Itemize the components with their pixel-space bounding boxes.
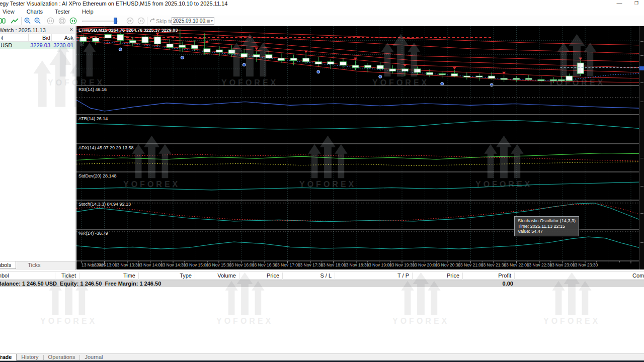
minimize-button[interactable]: — xyxy=(612,0,627,7)
rsi-label: RSI(14) 46.16 xyxy=(78,87,107,92)
tooltip-value: Value: 54.47 xyxy=(518,229,576,234)
zoom-in-icon[interactable] xyxy=(23,17,32,25)
time-axis-label: 13 Nov 14:30 xyxy=(160,262,186,267)
skip-to-date-value: 2025.09.10 00:00 xyxy=(173,18,206,24)
stddev-label: StdDev(20) 28.148 xyxy=(78,173,117,178)
time-axis-label: 13 Nov 19:00 xyxy=(366,262,392,267)
time-axis-label: 13 Nov 21:00 xyxy=(458,262,484,267)
line-chart-icon[interactable] xyxy=(10,17,19,25)
price-scale-strip[interactable] xyxy=(639,26,644,269)
toolbar-separator xyxy=(21,17,22,25)
title-bar: Strategy Tester Visualization : AI XPro … xyxy=(0,0,644,8)
column-bid[interactable]: Bid xyxy=(29,35,50,41)
toolbar-separator xyxy=(147,17,147,25)
atr-label: ATR(14) 26.14 xyxy=(78,116,108,121)
balance-row: Balance: 1 246.50 USD Equity: 1 246.50 F… xyxy=(0,280,644,287)
time-axis-label: 13 Nov 17:00 xyxy=(275,262,300,267)
time-axis-label: 13 Nov 15:30 xyxy=(206,262,232,267)
time-axis-label: 13 Nov 23:30 xyxy=(573,262,598,267)
menu-help[interactable]: Help xyxy=(76,8,100,16)
market-watch-row-ethusd[interactable]: ETHUSD 3229.03 3230.01 xyxy=(0,42,75,49)
close-icon[interactable]: ✕ xyxy=(69,27,73,32)
left-panel-tabs: Symbols Ticks xyxy=(0,261,76,270)
time-axis-label: 13 Nov 20:30 xyxy=(435,262,461,267)
bottom-tabs: Trade History Operations Journal xyxy=(0,353,644,360)
adx-label: ADX(14) 45.07 29.29 13.58 xyxy=(78,145,134,150)
skip-to-arrow-icon xyxy=(149,17,156,25)
ask-cell: 3230.01 xyxy=(52,42,73,48)
tab-history[interactable]: History xyxy=(17,354,43,361)
col-sl[interactable]: S / L xyxy=(283,273,335,280)
time-axis-label: 13 Nov 22:30 xyxy=(527,262,552,267)
col-price[interactable]: Price xyxy=(239,273,283,280)
menu-tester[interactable]: Tester xyxy=(49,8,76,16)
time-axis: 13 Nov 202513 Nov 13:0013 Nov 13:3013 No… xyxy=(76,262,639,269)
calendar-icon[interactable]: ▦ xyxy=(206,19,210,23)
profit-total: 0.00 xyxy=(463,280,513,287)
menu-view[interactable]: View xyxy=(0,8,21,16)
time-axis-label: 13 Nov 14:00 xyxy=(137,262,163,267)
col-profit[interactable]: Profit xyxy=(463,273,515,280)
time-axis-label: 13 Nov 22:00 xyxy=(504,262,529,267)
menu-bar: View Charts Tester Help xyxy=(0,8,644,16)
stop-icon[interactable] xyxy=(58,17,66,25)
time-axis-label: 13 Nov 17:30 xyxy=(298,262,324,267)
col-tp[interactable]: T / P xyxy=(335,273,413,280)
skip-to-label: Skip to xyxy=(156,17,173,25)
tab-ticks[interactable]: Ticks xyxy=(23,261,45,268)
skip-to-date-input[interactable]: 2025.09.10 00:00 ▦ ▾ xyxy=(172,17,214,25)
column-ask[interactable]: Ask xyxy=(52,35,73,41)
time-axis-label: 13 Nov 16:00 xyxy=(229,262,255,267)
market-watch-panel: Market Watch : 2025.11.13 ✕ Symbol Bid A… xyxy=(0,26,75,261)
rewind-icon[interactable] xyxy=(69,17,77,25)
time-axis-label: 13 Nov 13:00 xyxy=(92,262,117,267)
tab-operations[interactable]: Operations xyxy=(44,354,80,361)
menu-charts[interactable]: Charts xyxy=(21,8,49,16)
tab-symbols[interactable]: Symbols xyxy=(0,261,16,269)
time-axis-label: 13 Nov 20:00 xyxy=(412,262,438,267)
col-volume[interactable]: Volume xyxy=(195,273,239,280)
trade-table-header: Symbol Ticket Time Type Volume Price S /… xyxy=(0,272,644,280)
window-title: Strategy Tester Visualization : AI XPro … xyxy=(0,1,227,7)
col-ticket[interactable]: Ticket xyxy=(55,273,79,280)
tab-trade[interactable]: Trade xyxy=(0,354,17,361)
bid-cell: 3229.03 xyxy=(29,42,50,48)
time-axis-label: 13 Nov 21:30 xyxy=(481,262,507,267)
time-axis-label: 13 Nov 13:30 xyxy=(115,262,140,267)
pause-icon[interactable] xyxy=(46,17,54,25)
col-symbol[interactable]: Symbol xyxy=(0,273,55,280)
restore-button[interactable]: ❐ xyxy=(629,0,644,7)
time-axis-label: 13 Nov 16:30 xyxy=(252,262,278,267)
bar-chart-icon[interactable] xyxy=(0,17,7,25)
time-axis-label: 13 Nov 18:30 xyxy=(344,262,369,267)
column-symbol[interactable]: Symbol xyxy=(1,35,26,41)
speed-slider-handle[interactable] xyxy=(114,18,117,24)
app-window: Strategy Tester Visualization : AI XPro … xyxy=(0,0,644,362)
caret-down-icon[interactable]: ▾ xyxy=(211,19,213,23)
col-type[interactable]: Type xyxy=(139,273,195,280)
balance-summary: Balance: 1 246.50 USD Equity: 1 246.50 F… xyxy=(0,280,161,287)
skip-end-icon[interactable] xyxy=(137,17,145,25)
time-axis-label: 13 Nov 19:30 xyxy=(389,262,415,267)
toolbar: Skip to 2025.09.10 00:00 ▦ ▾ xyxy=(0,16,644,26)
indicator-tooltip: Stochastic Oscillator (14,3,3) Time: 202… xyxy=(514,216,579,236)
zoom-out-icon[interactable] xyxy=(33,17,42,25)
time-axis-label: 13 Nov 15:00 xyxy=(183,262,209,267)
chart-ohlc-header: ETHUSD,M15 3264.76 3264.76 3225.37 3229.… xyxy=(78,28,178,33)
col-comment[interactable]: Comment xyxy=(630,273,644,280)
stoch-label: Stoch(14,3,3) 84.94 92.13 xyxy=(78,202,131,207)
market-watch-title: Market Watch : 2025.11.13 xyxy=(0,26,75,34)
toolbar-separator xyxy=(44,17,44,25)
time-axis-label: 13 Nov 23:00 xyxy=(549,262,575,267)
col-price2[interactable]: Price xyxy=(413,273,463,280)
symbol-cell: ETHUSD xyxy=(1,42,27,48)
market-watch-columns: Symbol Bid Ask xyxy=(0,34,75,42)
tooltip-title: Stochastic Oscillator (14,3,3) xyxy=(518,218,576,224)
williams-r-label: %R(14) -36.79 xyxy=(78,231,108,236)
col-time[interactable]: Time xyxy=(79,273,139,280)
speed-slider-track[interactable] xyxy=(82,21,118,22)
tab-journal[interactable]: Journal xyxy=(80,354,107,361)
fast-forward-icon[interactable] xyxy=(126,17,134,25)
tooltip-time: Time: 2025.11.13 22:15 xyxy=(518,224,576,229)
time-axis-label: 13 Nov 18:00 xyxy=(320,262,346,267)
